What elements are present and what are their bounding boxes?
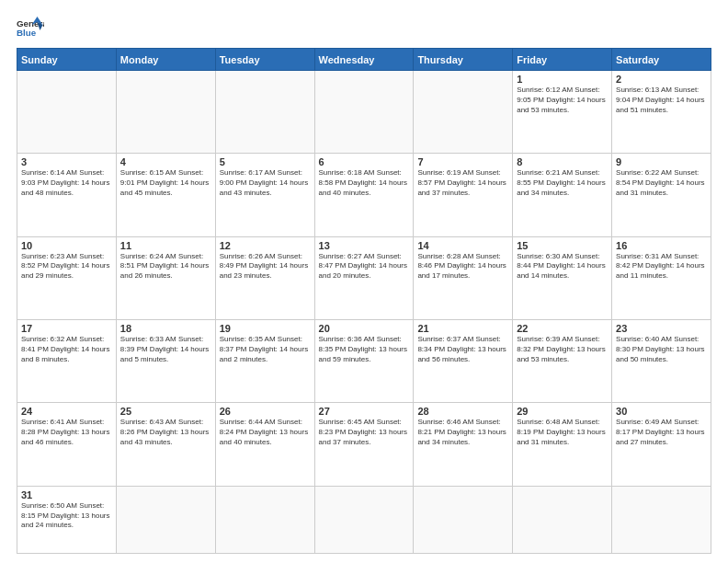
day-number: 25 bbox=[120, 406, 211, 417]
day-number: 21 bbox=[417, 323, 508, 334]
calendar-cell bbox=[414, 71, 513, 154]
day-number: 22 bbox=[517, 323, 608, 334]
day-info: Sunrise: 6:13 AM Sunset: 9:04 PM Dayligh… bbox=[616, 86, 707, 115]
logo: General Blue bbox=[17, 15, 44, 40]
calendar-cell: 16Sunrise: 6:31 AM Sunset: 8:42 PM Dayli… bbox=[612, 236, 711, 319]
day-info: Sunrise: 6:41 AM Sunset: 8:28 PM Dayligh… bbox=[21, 418, 112, 447]
day-info: Sunrise: 6:27 AM Sunset: 8:47 PM Dayligh… bbox=[319, 252, 410, 282]
day-info: Sunrise: 6:17 AM Sunset: 9:00 PM Dayligh… bbox=[220, 168, 311, 198]
calendar-cell: 28Sunrise: 6:46 AM Sunset: 8:21 PM Dayli… bbox=[414, 403, 513, 486]
day-info: Sunrise: 6:49 AM Sunset: 8:17 PM Dayligh… bbox=[616, 418, 707, 447]
calendar-cell: 21Sunrise: 6:37 AM Sunset: 8:34 PM Dayli… bbox=[414, 320, 513, 403]
day-info: Sunrise: 6:46 AM Sunset: 8:21 PM Dayligh… bbox=[417, 418, 508, 447]
weekday-tuesday: Tuesday bbox=[215, 49, 314, 71]
calendar-cell: 13Sunrise: 6:27 AM Sunset: 8:47 PM Dayli… bbox=[314, 236, 414, 319]
day-number: 12 bbox=[220, 240, 311, 251]
day-info: Sunrise: 6:21 AM Sunset: 8:55 PM Dayligh… bbox=[517, 168, 608, 198]
day-info: Sunrise: 6:37 AM Sunset: 8:34 PM Dayligh… bbox=[417, 335, 508, 364]
day-info: Sunrise: 6:24 AM Sunset: 8:51 PM Dayligh… bbox=[120, 252, 211, 282]
week-row-5: 24Sunrise: 6:41 AM Sunset: 8:28 PM Dayli… bbox=[17, 403, 711, 486]
day-number: 3 bbox=[21, 156, 112, 167]
day-number: 30 bbox=[616, 406, 707, 417]
day-info: Sunrise: 6:44 AM Sunset: 8:24 PM Dayligh… bbox=[220, 418, 311, 447]
day-info: Sunrise: 6:32 AM Sunset: 8:41 PM Dayligh… bbox=[21, 335, 112, 364]
calendar-cell bbox=[215, 486, 314, 553]
day-number: 15 bbox=[517, 240, 608, 251]
day-info: Sunrise: 6:23 AM Sunset: 8:52 PM Dayligh… bbox=[21, 252, 112, 282]
calendar-cell bbox=[116, 71, 215, 154]
day-number: 2 bbox=[616, 74, 707, 85]
day-number: 19 bbox=[220, 323, 311, 334]
week-row-2: 3Sunrise: 6:14 AM Sunset: 9:03 PM Daylig… bbox=[17, 154, 711, 236]
day-info: Sunrise: 6:22 AM Sunset: 8:54 PM Dayligh… bbox=[616, 168, 707, 198]
day-number: 28 bbox=[417, 406, 508, 417]
header: General Blue bbox=[17, 15, 711, 40]
day-number: 14 bbox=[417, 240, 508, 251]
day-number: 1 bbox=[517, 74, 608, 85]
day-number: 17 bbox=[21, 323, 112, 334]
calendar-cell bbox=[314, 486, 414, 553]
calendar-cell: 4Sunrise: 6:15 AM Sunset: 9:01 PM Daylig… bbox=[116, 154, 215, 236]
calendar-cell: 12Sunrise: 6:26 AM Sunset: 8:49 PM Dayli… bbox=[215, 236, 314, 319]
calendar-cell: 3Sunrise: 6:14 AM Sunset: 9:03 PM Daylig… bbox=[17, 154, 117, 236]
day-number: 24 bbox=[21, 406, 112, 417]
day-info: Sunrise: 6:39 AM Sunset: 8:32 PM Dayligh… bbox=[517, 335, 608, 364]
day-info: Sunrise: 6:12 AM Sunset: 9:05 PM Dayligh… bbox=[517, 86, 608, 115]
calendar-cell: 9Sunrise: 6:22 AM Sunset: 8:54 PM Daylig… bbox=[612, 154, 711, 236]
calendar-cell: 6Sunrise: 6:18 AM Sunset: 8:58 PM Daylig… bbox=[314, 154, 414, 236]
calendar-cell bbox=[513, 486, 612, 553]
weekday-wednesday: Wednesday bbox=[314, 49, 414, 71]
calendar-cell: 24Sunrise: 6:41 AM Sunset: 8:28 PM Dayli… bbox=[17, 403, 117, 486]
page: General Blue SundayMondayTuesdayWednesda… bbox=[0, 0, 728, 563]
day-number: 20 bbox=[319, 323, 410, 334]
weekday-friday: Friday bbox=[513, 49, 612, 71]
calendar-cell bbox=[215, 71, 314, 154]
generalblue-logo-icon: General Blue bbox=[17, 15, 44, 40]
calendar-cell bbox=[116, 486, 215, 553]
calendar-cell: 11Sunrise: 6:24 AM Sunset: 8:51 PM Dayli… bbox=[116, 236, 215, 319]
weekday-saturday: Saturday bbox=[612, 49, 711, 71]
day-number: 29 bbox=[517, 406, 608, 417]
day-info: Sunrise: 6:31 AM Sunset: 8:42 PM Dayligh… bbox=[616, 252, 707, 282]
day-number: 5 bbox=[220, 156, 311, 167]
calendar-cell: 15Sunrise: 6:30 AM Sunset: 8:44 PM Dayli… bbox=[513, 236, 612, 319]
calendar-cell: 7Sunrise: 6:19 AM Sunset: 8:57 PM Daylig… bbox=[414, 154, 513, 236]
day-number: 10 bbox=[21, 240, 112, 251]
svg-text:Blue: Blue bbox=[17, 28, 37, 38]
weekday-monday: Monday bbox=[116, 49, 215, 71]
day-info: Sunrise: 6:35 AM Sunset: 8:37 PM Dayligh… bbox=[220, 335, 311, 364]
week-row-3: 10Sunrise: 6:23 AM Sunset: 8:52 PM Dayli… bbox=[17, 236, 711, 319]
calendar-cell: 2Sunrise: 6:13 AM Sunset: 9:04 PM Daylig… bbox=[612, 71, 711, 154]
day-info: Sunrise: 6:18 AM Sunset: 8:58 PM Dayligh… bbox=[319, 168, 410, 198]
weekday-sunday: Sunday bbox=[17, 49, 117, 71]
calendar-cell: 23Sunrise: 6:40 AM Sunset: 8:30 PM Dayli… bbox=[612, 320, 711, 403]
day-number: 9 bbox=[616, 156, 707, 167]
calendar-cell: 14Sunrise: 6:28 AM Sunset: 8:46 PM Dayli… bbox=[414, 236, 513, 319]
day-number: 4 bbox=[120, 156, 211, 167]
day-number: 13 bbox=[319, 240, 410, 251]
day-info: Sunrise: 6:48 AM Sunset: 8:19 PM Dayligh… bbox=[517, 418, 608, 447]
calendar-cell: 20Sunrise: 6:36 AM Sunset: 8:35 PM Dayli… bbox=[314, 320, 414, 403]
weekday-header-row: SundayMondayTuesdayWednesdayThursdayFrid… bbox=[17, 49, 711, 71]
day-info: Sunrise: 6:50 AM Sunset: 8:15 PM Dayligh… bbox=[21, 501, 112, 531]
day-number: 31 bbox=[21, 489, 112, 500]
calendar-cell bbox=[612, 486, 711, 553]
calendar-cell: 27Sunrise: 6:45 AM Sunset: 8:23 PM Dayli… bbox=[314, 403, 414, 486]
day-info: Sunrise: 6:36 AM Sunset: 8:35 PM Dayligh… bbox=[319, 335, 410, 364]
day-number: 16 bbox=[616, 240, 707, 251]
calendar-cell: 25Sunrise: 6:43 AM Sunset: 8:26 PM Dayli… bbox=[116, 403, 215, 486]
calendar-cell: 18Sunrise: 6:33 AM Sunset: 8:39 PM Dayli… bbox=[116, 320, 215, 403]
day-number: 11 bbox=[120, 240, 211, 251]
day-number: 27 bbox=[319, 406, 410, 417]
calendar-cell: 1Sunrise: 6:12 AM Sunset: 9:05 PM Daylig… bbox=[513, 71, 612, 154]
day-number: 7 bbox=[417, 156, 508, 167]
day-info: Sunrise: 6:19 AM Sunset: 8:57 PM Dayligh… bbox=[417, 168, 508, 198]
day-info: Sunrise: 6:14 AM Sunset: 9:03 PM Dayligh… bbox=[21, 168, 112, 198]
calendar-cell: 5Sunrise: 6:17 AM Sunset: 9:00 PM Daylig… bbox=[215, 154, 314, 236]
day-info: Sunrise: 6:28 AM Sunset: 8:46 PM Dayligh… bbox=[417, 252, 508, 282]
calendar-cell: 31Sunrise: 6:50 AM Sunset: 8:15 PM Dayli… bbox=[17, 486, 117, 553]
day-number: 8 bbox=[517, 156, 608, 167]
week-row-1: 1Sunrise: 6:12 AM Sunset: 9:05 PM Daylig… bbox=[17, 71, 711, 154]
day-number: 26 bbox=[220, 406, 311, 417]
day-number: 23 bbox=[616, 323, 707, 334]
